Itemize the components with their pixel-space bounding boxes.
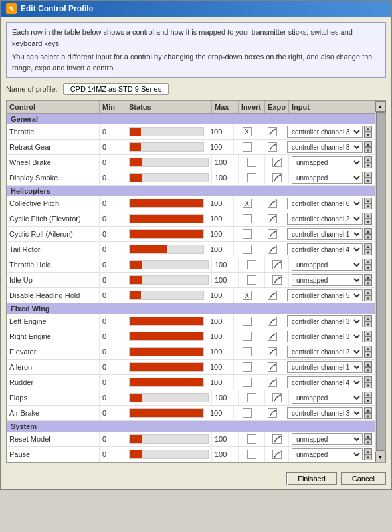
control-expo[interactable]: [260, 406, 284, 420]
input-dropdown[interactable]: controller channel 3: [287, 407, 363, 419]
control-input[interactable]: unmapped▲▼: [289, 273, 375, 287]
spinner-up[interactable]: ▲: [364, 331, 372, 336]
input-dropdown[interactable]: unmapped: [292, 433, 363, 445]
input-spinner[interactable]: ▲▼: [364, 243, 372, 255]
spinner-down[interactable]: ▼: [364, 162, 372, 168]
control-input[interactable]: controller channel 3▲▼: [284, 329, 375, 344]
control-input[interactable]: controller channel 2▲▼: [284, 344, 375, 359]
input-dropdown[interactable]: controller channel 3: [287, 126, 363, 138]
control-invert[interactable]: [234, 344, 260, 359]
spinner-down[interactable]: ▼: [364, 336, 372, 342]
scrollbar-thumb[interactable]: [376, 112, 385, 451]
control-invert[interactable]: [234, 314, 260, 329]
cancel-button[interactable]: Cancel: [341, 472, 386, 485]
control-input[interactable]: unmapped▲▼: [289, 432, 375, 446]
input-spinner[interactable]: ▲▼: [364, 392, 372, 404]
control-input[interactable]: unmapped▲▼: [289, 170, 375, 185]
control-input[interactable]: unmapped▲▼: [289, 155, 375, 170]
spinner-up[interactable]: ▲: [364, 156, 372, 162]
control-input[interactable]: controller channel 4▲▼: [284, 375, 375, 390]
control-expo[interactable]: [265, 432, 289, 446]
control-expo[interactable]: [260, 196, 284, 211]
control-invert[interactable]: [234, 211, 260, 226]
control-invert[interactable]: [234, 406, 260, 420]
spinner-down[interactable]: ▼: [364, 178, 372, 184]
spinner-down[interactable]: ▼: [364, 367, 372, 373]
input-dropdown[interactable]: controller channel 3: [287, 331, 363, 342]
control-invert[interactable]: [239, 447, 265, 462]
spinner-up[interactable]: ▲: [364, 433, 372, 439]
input-dropdown[interactable]: unmapped: [292, 392, 363, 404]
spinner-up[interactable]: ▲: [364, 376, 372, 382]
control-invert[interactable]: [234, 329, 260, 344]
spinner-up[interactable]: ▲: [364, 213, 372, 219]
control-input[interactable]: unmapped▲▼: [289, 390, 375, 405]
spinner-up[interactable]: ▲: [364, 315, 372, 321]
spinner-up[interactable]: ▲: [364, 228, 372, 234]
control-invert[interactable]: [239, 390, 265, 405]
input-dropdown[interactable]: unmapped: [292, 156, 363, 168]
input-spinner[interactable]: ▲▼: [364, 315, 372, 327]
control-invert[interactable]: [239, 432, 265, 446]
spinner-down[interactable]: ▼: [364, 234, 372, 240]
input-spinner[interactable]: ▲▼: [364, 407, 372, 419]
control-expo[interactable]: [265, 257, 289, 272]
control-input[interactable]: controller channel 1▲▼: [284, 360, 375, 374]
control-invert[interactable]: X: [234, 196, 260, 211]
control-invert[interactable]: [239, 257, 265, 272]
control-expo[interactable]: [265, 390, 289, 405]
spinner-up[interactable]: ▲: [364, 361, 372, 367]
control-expo[interactable]: [260, 288, 284, 303]
control-invert[interactable]: X: [234, 288, 260, 303]
spinner-down[interactable]: ▼: [364, 439, 372, 445]
control-expo[interactable]: [260, 227, 284, 241]
input-spinner[interactable]: ▲▼: [364, 346, 372, 358]
control-expo[interactable]: [260, 375, 284, 390]
control-expo[interactable]: [260, 344, 284, 359]
spinner-down[interactable]: ▼: [364, 249, 372, 255]
spinner-up[interactable]: ▲: [364, 448, 372, 454]
input-dropdown[interactable]: controller channel 8: [287, 141, 363, 153]
spinner-down[interactable]: ▼: [364, 454, 372, 460]
spinner-up[interactable]: ▲: [364, 259, 372, 265]
control-invert[interactable]: [239, 273, 265, 287]
control-input[interactable]: controller channel 5▲▼: [284, 288, 375, 303]
control-expo[interactable]: [260, 360, 284, 374]
control-expo[interactable]: [265, 155, 289, 170]
control-input[interactable]: controller channel 3▲▼: [284, 124, 375, 139]
spinner-down[interactable]: ▼: [364, 382, 372, 388]
control-expo[interactable]: [260, 124, 284, 139]
input-spinner[interactable]: ▲▼: [364, 448, 372, 460]
control-expo[interactable]: [260, 211, 284, 226]
control-invert[interactable]: [239, 155, 265, 170]
control-expo[interactable]: [260, 314, 284, 329]
spinner-up[interactable]: ▲: [364, 274, 372, 280]
input-spinner[interactable]: ▲▼: [364, 228, 372, 240]
control-input[interactable]: unmapped▲▼: [289, 257, 375, 272]
input-spinner[interactable]: ▲▼: [364, 126, 372, 138]
control-input[interactable]: controller channel 6▲▼: [284, 196, 375, 211]
input-dropdown[interactable]: controller channel 3: [287, 315, 363, 327]
spinner-down[interactable]: ▼: [364, 352, 372, 358]
input-dropdown[interactable]: controller channel 2: [287, 213, 363, 225]
spinner-up[interactable]: ▲: [364, 407, 372, 413]
spinner-down[interactable]: ▼: [364, 219, 372, 225]
input-dropdown[interactable]: controller channel 4: [287, 376, 363, 388]
input-spinner[interactable]: ▲▼: [364, 141, 372, 153]
input-dropdown[interactable]: unmapped: [292, 259, 363, 271]
control-input[interactable]: controller channel 8▲▼: [284, 140, 375, 154]
control-input[interactable]: controller channel 2▲▼: [284, 211, 375, 226]
control-input[interactable]: controller channel 3▲▼: [284, 406, 375, 420]
input-dropdown[interactable]: unmapped: [292, 274, 363, 286]
control-expo[interactable]: [260, 329, 284, 344]
input-dropdown[interactable]: controller channel 4: [287, 243, 363, 255]
input-dropdown[interactable]: controller channel 6: [287, 198, 363, 209]
control-input[interactable]: controller channel 4▲▼: [284, 242, 375, 257]
spinner-up[interactable]: ▲: [364, 172, 372, 178]
control-expo[interactable]: [260, 242, 284, 257]
input-spinner[interactable]: ▲▼: [364, 331, 372, 342]
input-spinner[interactable]: ▲▼: [364, 259, 372, 271]
spinner-up[interactable]: ▲: [364, 392, 372, 398]
input-spinner[interactable]: ▲▼: [364, 213, 372, 225]
spinner-up[interactable]: ▲: [364, 289, 372, 295]
